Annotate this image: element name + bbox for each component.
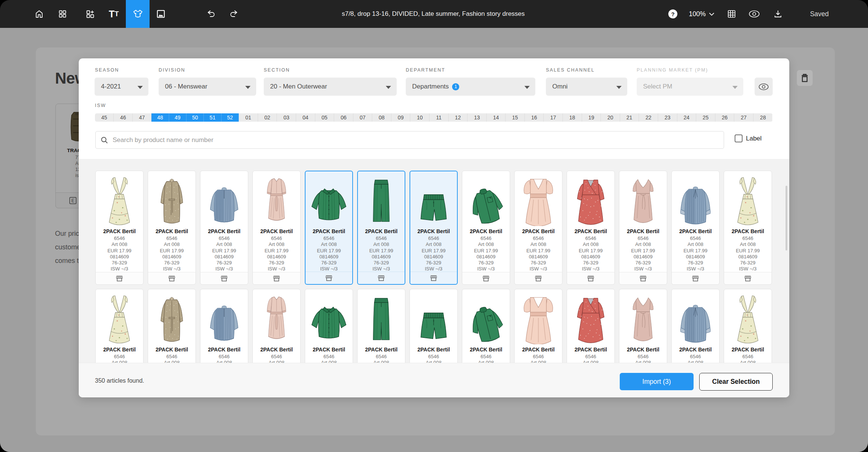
svg-text:?: ? — [671, 11, 674, 17]
